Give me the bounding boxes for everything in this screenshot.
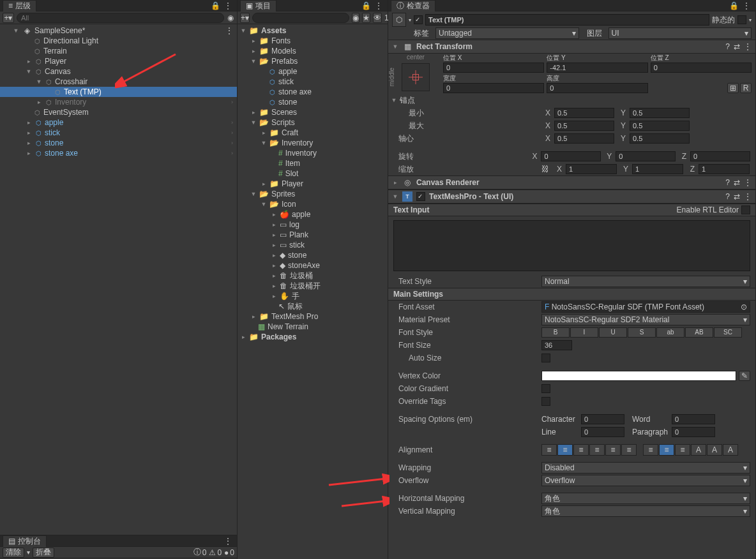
rot-y-field[interactable] xyxy=(616,151,676,161)
foldout-icon[interactable]: ▼ xyxy=(240,27,246,34)
folder-row[interactable]: ▼📂Sprites xyxy=(238,189,388,199)
link-icon[interactable]: ⛓ xyxy=(541,165,550,174)
asset-row[interactable]: #Slot xyxy=(238,168,388,179)
menu-icon[interactable]: ⋮ xyxy=(744,178,752,187)
folder-row[interactable]: ▼📂Icon xyxy=(238,199,388,209)
help-icon[interactable]: ? xyxy=(725,178,730,187)
min-y-field[interactable] xyxy=(630,108,690,118)
blueprint-button[interactable]: ⊞ xyxy=(727,83,739,93)
strike-button[interactable]: S xyxy=(628,327,656,338)
scale-y-field[interactable] xyxy=(632,164,683,174)
project-tab[interactable]: ▣项目 xyxy=(240,0,276,11)
folder-row[interactable]: ▸📁Scenes xyxy=(238,107,388,117)
collapse-button[interactable]: 折叠 xyxy=(33,548,54,558)
align-midline-button[interactable]: A xyxy=(707,444,722,456)
foldout-icon[interactable]: ▼ xyxy=(392,43,398,50)
tmp-header[interactable]: ▼ T TextMeshPro - Text (UI) ? ⇄ ⋮ xyxy=(388,190,755,204)
foldout-icon[interactable]: ▼ xyxy=(261,201,267,207)
width-field[interactable] xyxy=(443,83,544,93)
hierarchy-item[interactable]: ▸apple› xyxy=(0,117,237,128)
help-icon[interactable]: ? xyxy=(725,42,730,51)
pos-y-field[interactable] xyxy=(547,63,647,73)
raw-button[interactable]: R xyxy=(740,83,752,93)
help-icon[interactable]: ? xyxy=(725,192,730,201)
hierarchy-item[interactable]: ▸Inventory› xyxy=(0,97,237,107)
italic-button[interactable]: I xyxy=(570,327,598,338)
align-capline-button[interactable]: A xyxy=(723,444,738,456)
asset-row[interactable]: ▸✋手 xyxy=(238,291,388,301)
hierarchy-search[interactable] xyxy=(17,13,224,23)
assets-folder[interactable]: ▼📁Assets xyxy=(238,26,388,36)
font-size-field[interactable] xyxy=(541,340,572,350)
line-field[interactable] xyxy=(581,427,624,437)
hierarchy-item[interactable]: ▸stick› xyxy=(0,128,237,138)
asset-row[interactable]: ▸▭stick xyxy=(238,240,388,250)
hierarchy-tab[interactable]: ≡ 层级 xyxy=(3,0,36,11)
lock-icon[interactable]: 🔒 xyxy=(729,1,739,10)
foldout-icon[interactable]: ▸ xyxy=(271,293,277,299)
hierarchy-item[interactable]: Terrain xyxy=(0,46,237,56)
align-geo-button[interactable]: ≡ xyxy=(621,444,637,456)
asset-row[interactable]: ▸▭Plank xyxy=(238,230,388,240)
error-count[interactable]: ●0 xyxy=(224,547,234,558)
foldout-icon[interactable]: ▸ xyxy=(36,99,42,105)
asset-row[interactable]: ▦New Terrain xyxy=(238,322,388,332)
object-picker-icon[interactable]: ⊙ xyxy=(741,302,747,311)
dropdown-icon[interactable]: ▾ xyxy=(409,17,411,23)
align-flush-button[interactable]: ≡ xyxy=(605,444,621,456)
menu-icon[interactable]: ⋮ xyxy=(224,1,232,10)
menu-icon[interactable]: ⋮ xyxy=(744,192,752,201)
anchor-preset[interactable]: center middle xyxy=(388,54,443,94)
hierarchy-item[interactable]: ▸stone› xyxy=(0,138,237,148)
add-button[interactable]: +▾ xyxy=(240,13,250,23)
foldout-icon[interactable]: ▸ xyxy=(26,130,32,136)
asset-row[interactable]: stone axe xyxy=(238,87,388,97)
folder-row[interactable]: ▼📂Inventory xyxy=(238,138,388,148)
menu-icon[interactable]: ⋮ xyxy=(375,1,382,10)
lock-icon[interactable]: 🔒 xyxy=(211,1,220,10)
color-gradient-checkbox[interactable] xyxy=(541,384,550,393)
hierarchy-item-selected[interactable]: Text (TMP) xyxy=(0,87,237,97)
component-enabled-checkbox[interactable] xyxy=(416,192,425,201)
asset-row[interactable]: stick xyxy=(238,77,388,87)
align-left-button[interactable]: ≡ xyxy=(541,444,557,456)
foldout-icon[interactable]: ▼ xyxy=(26,68,32,75)
anchors-row[interactable]: ▼锚点 xyxy=(388,94,755,107)
paragraph-field[interactable] xyxy=(672,427,715,437)
clear-button[interactable]: 清除 xyxy=(3,548,24,558)
static-checkbox[interactable] xyxy=(737,15,746,24)
asset-row[interactable]: ▸◆stone xyxy=(238,250,388,260)
foldout-icon[interactable]: ▸ xyxy=(26,119,32,126)
foldout-icon[interactable]: ▼ xyxy=(391,97,397,103)
filter-type-button[interactable]: ◉ xyxy=(352,13,359,23)
align-center-button[interactable]: ≡ xyxy=(557,444,573,456)
layer-dropdown[interactable]: UI▾ xyxy=(609,27,752,39)
asset-row[interactable]: ▸🗑垃圾桶开 xyxy=(238,281,388,291)
uppercase-button[interactable]: AB xyxy=(685,327,713,338)
packages-folder[interactable]: ▸📁Packages xyxy=(238,332,388,342)
folder-row[interactable]: ▼📂Scripts xyxy=(238,117,388,128)
max-y-field[interactable] xyxy=(630,121,690,131)
asset-row[interactable]: ▸🗑垃圾桶 xyxy=(238,271,388,281)
asset-row[interactable]: stone xyxy=(238,97,388,107)
height-field[interactable] xyxy=(547,83,647,93)
foldout-icon[interactable]: ▸ xyxy=(250,48,257,54)
auto-size-checkbox[interactable] xyxy=(541,354,550,362)
bold-button[interactable]: B xyxy=(541,327,570,338)
text-style-dropdown[interactable]: Normal▾ xyxy=(541,276,750,287)
foldout-icon[interactable]: ▸ xyxy=(271,283,277,289)
foldout-icon[interactable]: ▼ xyxy=(261,140,267,146)
folder-row[interactable]: ▼📂Prefabs xyxy=(238,56,388,66)
hierarchy-item[interactable]: ▼Canvas xyxy=(0,66,237,77)
hidden-button[interactable]: 👁 xyxy=(373,13,382,23)
max-x-field[interactable] xyxy=(554,121,614,131)
eyedropper-button[interactable]: ✎ xyxy=(739,371,750,381)
foldout-icon[interactable]: ▼ xyxy=(250,191,257,197)
foldout-icon[interactable]: ▸ xyxy=(271,221,277,228)
menu-icon[interactable]: ⋮ xyxy=(224,537,232,546)
h-mapping-dropdown[interactable]: 角色▾ xyxy=(541,493,750,504)
foldout-icon[interactable]: ▼ xyxy=(250,58,257,64)
hierarchy-item[interactable]: Directional Light xyxy=(0,36,237,46)
rot-x-field[interactable] xyxy=(541,151,601,161)
preset-icon[interactable]: ⇄ xyxy=(734,178,740,187)
